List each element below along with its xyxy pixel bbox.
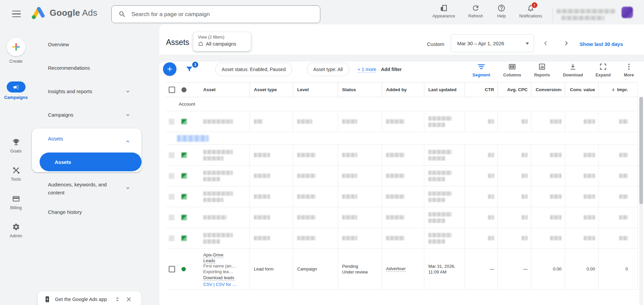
- col-header-conv-value[interactable]: Conv. value: [565, 82, 598, 97]
- col-header-asset[interactable]: Asset: [203, 87, 216, 92]
- select-all-checkbox[interactable]: [169, 86, 175, 93]
- chevron-up-icon[interactable]: [125, 139, 130, 144]
- filter-count-badge: 3: [192, 62, 198, 68]
- download-leads-link[interactable]: Download leads: [203, 275, 234, 281]
- col-header-last-updated[interactable]: Last updated: [424, 82, 465, 97]
- columns-button[interactable]: Columns: [498, 63, 526, 77]
- filter-chip-asset-type[interactable]: Asset type: All: [307, 63, 349, 76]
- row-checkbox[interactable]: [169, 173, 174, 179]
- rail-item-billing[interactable]: Billing: [0, 195, 32, 210]
- sidenav-item-assets-selected[interactable]: Assets: [40, 152, 142, 171]
- show-last-30-days-link[interactable]: Show last 30 days: [580, 41, 623, 47]
- menu-icon[interactable]: [12, 11, 21, 18]
- assets-section-card: Assets Assets: [32, 128, 142, 172]
- get-app-banner[interactable]: Get the Google Ads app: [38, 291, 142, 305]
- level-cell: Campaign: [293, 249, 338, 289]
- rail-item-campaigns[interactable]: Campaigns: [0, 81, 32, 100]
- sidenav-item-recommendations[interactable]: Recommendations: [32, 64, 159, 72]
- sidenav-group-assets[interactable]: Assets: [48, 136, 63, 141]
- chevron-down-icon: [125, 185, 130, 191]
- previous-period-button[interactable]: [541, 39, 550, 48]
- added-by-link[interactable]: Advertiser: [386, 266, 406, 272]
- sidenav-item-change-history[interactable]: Change history: [32, 208, 159, 216]
- create-plus-icon: [12, 43, 20, 51]
- group-row-account: Account: [166, 97, 637, 111]
- rail-item-goals[interactable]: Goals: [0, 138, 32, 154]
- rail-item-tools[interactable]: Tools: [0, 166, 32, 182]
- add-filter-button[interactable]: Add filter: [381, 67, 401, 72]
- col-header-added-by[interactable]: Added by: [382, 82, 424, 97]
- columns-icon: [508, 63, 516, 71]
- chevron-left-icon: [542, 40, 549, 47]
- expand-button[interactable]: Expand: [589, 63, 617, 77]
- col-header-status[interactable]: Status: [338, 82, 382, 97]
- vertical-scrollbar-thumb[interactable]: [639, 97, 643, 204]
- avatar[interactable]: [622, 7, 633, 18]
- expand-icon: [599, 63, 607, 71]
- vertical-scrollbar[interactable]: [639, 97, 643, 305]
- download-icon: [569, 63, 577, 71]
- date-range-picker[interactable]: Mar 30 – Apr 1, 2026: [451, 34, 534, 52]
- add-asset-button[interactable]: [163, 62, 176, 76]
- page-header: Assets View (2 filters) All campaigns Cu…: [159, 24, 644, 55]
- ctr-cell: —: [465, 249, 497, 289]
- view-label: View (2 filters): [198, 35, 251, 40]
- row-checkbox[interactable]: [169, 215, 174, 220]
- row-checkbox[interactable]: [169, 194, 174, 199]
- asset-detail: Exporting lea…: [203, 269, 236, 275]
- row-checkbox[interactable]: [169, 152, 174, 158]
- conv-value-cell: 0.00: [565, 249, 598, 289]
- campaign-name-redacted[interactable]: [177, 135, 209, 142]
- conversions-cell: 0.00: [531, 249, 565, 289]
- all-campaigns-icon: [198, 41, 204, 47]
- search-input[interactable]: [131, 11, 320, 18]
- dropdown-caret-icon: [526, 43, 529, 45]
- more-button[interactable]: More: [615, 63, 643, 77]
- col-header-impr[interactable]: Impr.: [598, 82, 637, 97]
- refresh-button[interactable]: Refresh: [466, 4, 486, 18]
- last-updated-cell: Mar 31, 2026,11:09 AM: [424, 249, 465, 289]
- col-header-level[interactable]: Level: [293, 82, 338, 97]
- global-search[interactable]: [111, 5, 320, 23]
- more-filters-link[interactable]: + 1 more: [358, 67, 376, 73]
- table-row-redacted: [166, 145, 637, 166]
- close-icon[interactable]: [126, 296, 132, 302]
- status-dot: [181, 215, 187, 220]
- filter-chip-asset-status[interactable]: Asset status: Enabled, Paused: [215, 63, 292, 76]
- reports-button[interactable]: Reports: [528, 63, 556, 77]
- account-info-redacted[interactable]: [557, 9, 616, 20]
- sidenav-item-audiences[interactable]: Audiences, keywords, and content: [32, 181, 112, 197]
- asset-name-link[interactable]: Leads: [203, 258, 215, 264]
- chevron-down-icon: [125, 89, 130, 94]
- added-by-cell: Advertiser: [382, 249, 424, 289]
- download-button[interactable]: Download: [559, 63, 587, 77]
- col-header-avg-cpc[interactable]: Avg. CPC: [497, 82, 531, 97]
- segment-button[interactable]: Segment: [467, 63, 495, 77]
- row-checkbox[interactable]: [169, 266, 175, 272]
- notifications-button[interactable]: ! Notifications: [516, 4, 546, 18]
- more-vertical-icon: [625, 63, 633, 71]
- sidenav-item-overview[interactable]: Overview: [32, 41, 159, 49]
- table-row-redacted: [166, 207, 637, 228]
- appearance-button[interactable]: Appearance: [429, 4, 459, 18]
- csv-links[interactable]: CSV | CSV for …: [203, 282, 236, 287]
- chevron-down-icon: [125, 112, 130, 118]
- asset-name-link[interactable]: Apix-Drive: [203, 252, 223, 258]
- sidenav-item-campaigns[interactable]: Campaigns: [32, 111, 159, 119]
- view-filter-card[interactable]: View (2 filters) All campaigns: [193, 32, 251, 51]
- col-header-ctr[interactable]: CTR: [465, 82, 497, 97]
- rail-item-create[interactable]: Create: [0, 38, 32, 64]
- status-dot-column-header[interactable]: [181, 87, 186, 92]
- col-header-conversions[interactable]: Conversions: [531, 82, 565, 97]
- google-ads-logo[interactable]: GoogleAds: [31, 6, 97, 19]
- status-dot-enabled: [181, 267, 186, 271]
- help-button[interactable]: Help: [495, 4, 508, 18]
- rail-item-admin[interactable]: Admin: [0, 223, 32, 238]
- sidenav-item-insights[interactable]: Insights and reports: [32, 87, 159, 96]
- next-period-button[interactable]: [561, 39, 571, 48]
- unfold-icon[interactable]: [114, 296, 120, 302]
- row-checkbox[interactable]: [169, 119, 174, 124]
- row-checkbox[interactable]: [169, 235, 174, 241]
- col-header-asset-type[interactable]: Asset type: [250, 82, 293, 97]
- table-row-redacted: [166, 111, 637, 132]
